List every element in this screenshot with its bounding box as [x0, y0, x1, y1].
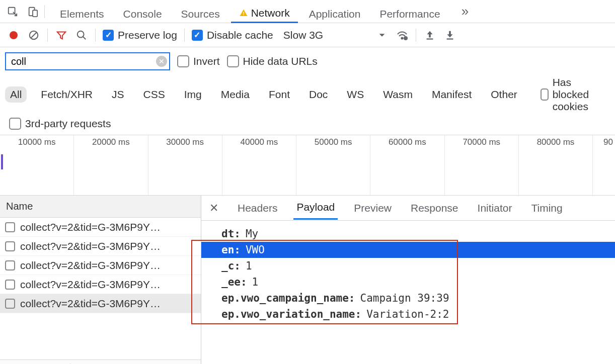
type-manifest[interactable]: Manifest — [427, 86, 477, 103]
checkbox-unchecked-icon — [541, 88, 549, 101]
filter-input[interactable] — [5, 52, 170, 70]
type-js[interactable]: JS — [107, 86, 129, 103]
type-font[interactable]: Font — [264, 86, 295, 103]
payload-body: dt:Myen:VWO_c:1_ee:1ep.vwo_campaign_name… — [201, 221, 615, 364]
network-timeline[interactable]: 10000 ms 20000 ms 30000 ms 40000 ms 5000… — [0, 135, 615, 196]
type-doc[interactable]: Doc — [304, 86, 333, 103]
request-name: collect?v=2&tid=G-3M6P9Y… — [20, 279, 161, 291]
tab-console[interactable]: Console — [115, 0, 170, 23]
search-icon[interactable] — [75, 29, 88, 42]
device-toggle-icon[interactable] — [24, 3, 41, 20]
upload-har-icon[interactable] — [423, 29, 436, 42]
checkbox-unchecked-icon — [177, 55, 189, 67]
third-party-checkbox[interactable]: 3rd-party requests — [9, 118, 111, 130]
tab-network[interactable]: Network — [231, 0, 298, 23]
timeline-tick: 50000 ms — [315, 137, 352, 147]
third-party-label: 3rd-party requests — [25, 118, 111, 130]
timeline-marker — [1, 154, 3, 169]
type-all[interactable]: All — [5, 86, 27, 103]
request-row[interactable]: collect?v=2&tid=G-3M6P9Y… — [0, 237, 201, 256]
payload-value: My — [246, 228, 258, 240]
tab-performance[interactable]: Performance — [371, 0, 448, 23]
request-list-header[interactable]: Name — [0, 196, 201, 218]
request-name: collect?v=2&tid=G-3M6P9Y… — [20, 298, 161, 310]
checkbox-unchecked-icon — [9, 118, 21, 130]
svg-rect-10 — [427, 38, 433, 39]
hide-data-urls-checkbox[interactable]: Hide data URLs — [227, 55, 318, 67]
request-name: collect?v=2&tid=G-3M6P9Y… — [20, 221, 161, 233]
detail-tab-preview[interactable]: Preview — [351, 197, 395, 219]
request-row[interactable]: collect?v=2&tid=G-3M6P9Y… — [0, 294, 201, 313]
checkbox-checked-icon: ✓ — [192, 30, 203, 41]
invert-checkbox[interactable]: Invert — [177, 55, 220, 67]
payload-key: dt: — [221, 228, 241, 240]
request-name: collect?v=2&tid=G-3M6P9Y… — [20, 259, 161, 271]
timeline-tick: 30000 ms — [166, 137, 204, 147]
timeline-tick: 90 — [603, 137, 613, 147]
checkbox-checked-icon: ✓ — [103, 30, 114, 41]
devtools-topbar: Elements Console Sources Network Applica… — [0, 0, 615, 23]
more-tabs-icon[interactable]: » — [455, 4, 475, 19]
tab-application[interactable]: Application — [301, 0, 369, 23]
record-button[interactable] — [7, 29, 20, 42]
type-wasm[interactable]: Wasm — [378, 86, 418, 103]
filter-input-wrap: ✕ — [5, 52, 170, 70]
request-row[interactable]: collect?v=2&tid=G-3M6P9Y… — [0, 275, 201, 294]
row-checkbox[interactable] — [5, 241, 15, 251]
detail-tab-timing[interactable]: Timing — [528, 197, 565, 219]
has-blocked-cookies-checkbox[interactable]: Has blocked cookies — [541, 76, 610, 113]
divider — [95, 29, 96, 42]
download-har-icon[interactable] — [443, 29, 456, 42]
type-media[interactable]: Media — [216, 86, 255, 103]
request-name: collect?v=2&tid=G-3M6P9Y… — [20, 240, 161, 252]
close-detail-icon[interactable]: ✕ — [206, 202, 221, 215]
preserve-log-label: Preserve log — [118, 29, 177, 41]
filter-row: ✕ Invert Hide data URLs — [0, 47, 615, 73]
row-checkbox[interactable] — [5, 222, 15, 232]
clear-button[interactable] — [27, 29, 40, 42]
clear-filter-icon[interactable]: ✕ — [156, 56, 167, 67]
request-row[interactable]: collect?v=2&tid=G-3M6P9Y… — [0, 256, 201, 275]
third-party-row: 3rd-party requests — [0, 117, 615, 135]
detail-tab-response[interactable]: Response — [408, 197, 462, 219]
divider — [184, 29, 185, 42]
type-css[interactable]: CSS — [138, 86, 170, 103]
detail-tabs: ✕ Headers Payload Preview Response Initi… — [201, 196, 615, 221]
disable-cache-checkbox[interactable]: ✓ Disable cache — [192, 29, 273, 41]
inspect-icon[interactable] — [4, 3, 21, 20]
row-checkbox[interactable] — [5, 260, 15, 270]
disable-cache-label: Disable cache — [207, 29, 273, 41]
detail-tab-headers[interactable]: Headers — [235, 197, 280, 219]
status-bar: 6 / 44 requests 438 B / 1.3 MB t — [0, 359, 201, 364]
filter-icon[interactable] — [55, 29, 68, 42]
type-img[interactable]: Img — [179, 86, 207, 103]
timeline-tick: 10000 ms — [18, 137, 56, 147]
tab-elements[interactable]: Elements — [52, 0, 112, 23]
detail-tab-payload[interactable]: Payload — [293, 196, 338, 220]
svg-point-7 — [78, 31, 84, 37]
request-detail-panel: ✕ Headers Payload Preview Response Initi… — [201, 196, 615, 364]
tab-sources[interactable]: Sources — [173, 0, 228, 23]
type-other[interactable]: Other — [486, 86, 522, 103]
chevron-down-icon[interactable] — [375, 29, 389, 42]
request-list: collect?v=2&tid=G-3M6P9Y…collect?v=2&tid… — [0, 218, 201, 359]
throttling-select[interactable]: Slow 3G — [280, 29, 326, 41]
request-row[interactable]: collect?v=2&tid=G-3M6P9Y… — [0, 218, 201, 237]
timeline-tick: 70000 ms — [463, 137, 500, 147]
row-checkbox[interactable] — [5, 299, 15, 309]
network-split-view: Name collect?v=2&tid=G-3M6P9Y…collect?v=… — [0, 196, 615, 364]
timeline-tick: 40000 ms — [241, 137, 278, 147]
invert-label: Invert — [193, 55, 220, 67]
preserve-log-checkbox[interactable]: ✓ Preserve log — [103, 29, 177, 41]
detail-tab-initiator[interactable]: Initiator — [475, 197, 515, 219]
type-fetch-xhr[interactable]: Fetch/XHR — [36, 86, 98, 103]
svg-point-5 — [10, 31, 18, 39]
svg-rect-4 — [243, 15, 244, 16]
warning-icon — [239, 9, 248, 18]
network-conditions-icon[interactable] — [396, 29, 409, 42]
row-checkbox[interactable] — [5, 280, 15, 290]
divider — [44, 5, 45, 18]
annotation-highlight-box — [191, 240, 458, 324]
has-blocked-cookies-label: Has blocked cookies — [553, 76, 610, 113]
type-ws[interactable]: WS — [342, 86, 369, 103]
